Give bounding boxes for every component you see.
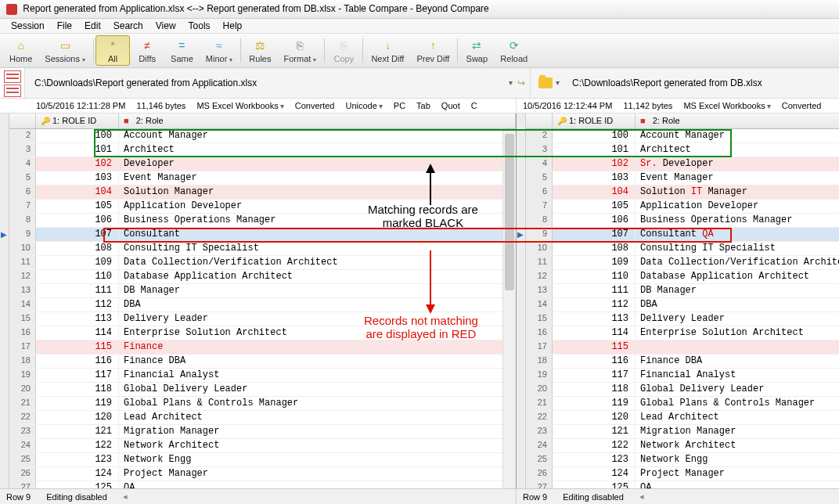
- cell-role[interactable]: Global Delivery Leader: [119, 383, 516, 396]
- table-row[interactable]: 18116Finance DBA: [526, 355, 839, 369]
- table-row[interactable]: 24122Network Architect: [526, 439, 839, 453]
- cell-role-id[interactable]: 105: [36, 200, 119, 213]
- menu-session[interactable]: Session: [5, 19, 51, 33]
- table-row[interactable]: 14112DBA: [526, 298, 839, 312]
- path-text[interactable]: C:\Downloads\Report generated from Appli…: [34, 77, 504, 88]
- cell-role-id[interactable]: 106: [36, 214, 119, 227]
- table-row[interactable]: 20118Global Delivery Leader: [9, 383, 516, 397]
- toolbar-minor[interactable]: ≈Minor ▾: [200, 35, 239, 66]
- table-row[interactable]: 16114Enterprise Solution Architect: [526, 326, 839, 340]
- table-row[interactable]: 6104Solution Manager: [9, 185, 516, 200]
- cell-role-id[interactable]: 113: [36, 312, 119, 326]
- cell-role[interactable]: Finance: [119, 340, 516, 354]
- col-role-id[interactable]: 1: ROLE ID: [36, 113, 119, 128]
- cell-role-id[interactable]: 102: [553, 157, 636, 171]
- table-row[interactable]: 25123Network Engg: [526, 453, 839, 467]
- menu-edit[interactable]: Edit: [78, 19, 107, 33]
- swap-icon[interactable]: ↪: [517, 77, 525, 88]
- toolbar-copy[interactable]: ⎘Copy: [326, 35, 361, 66]
- cell-role-id[interactable]: 106: [553, 214, 636, 227]
- cell-role[interactable]: Solution Manager: [119, 185, 516, 199]
- table-row[interactable]: 13111DB Manager: [526, 284, 839, 298]
- cell-role-id[interactable]: 107: [553, 228, 636, 241]
- table-row[interactable]: 15113Delivery Leader: [526, 312, 839, 326]
- cell-role-id[interactable]: 105: [553, 200, 636, 213]
- cell-role-id[interactable]: 117: [553, 369, 636, 382]
- cell-role[interactable]: Account Manager: [119, 129, 516, 142]
- cell-role-id[interactable]: 108: [36, 242, 119, 255]
- cell-role[interactable]: Database Application Architect: [636, 270, 839, 283]
- toolbar-sessions[interactable]: ▭Sessions ▾: [38, 35, 92, 66]
- table-row[interactable]: 14112DBA: [9, 298, 516, 312]
- cell-role[interactable]: Data Collection/Verification Architect: [119, 256, 516, 269]
- cell-role[interactable]: Financial Analyst: [636, 369, 839, 382]
- cell-role-id[interactable]: 109: [36, 256, 119, 269]
- cell-role[interactable]: Consultant QA: [636, 228, 839, 241]
- cell-role[interactable]: Event Manager: [119, 171, 516, 185]
- table-row[interactable]: 3101Architect: [526, 143, 839, 157]
- table-row[interactable]: 20118Global Delivery Leader: [526, 383, 839, 397]
- cell-role[interactable]: DBA: [119, 298, 516, 311]
- cell-role-id[interactable]: 111: [553, 284, 636, 297]
- cell-role-id[interactable]: 101: [36, 143, 119, 157]
- table-row[interactable]: 13111DB Manager: [9, 284, 516, 298]
- table-row[interactable]: 9107Consultant QA: [526, 228, 839, 242]
- table-row[interactable]: 8106Business Operations Manager: [9, 214, 516, 228]
- folder-icon[interactable]: [538, 77, 553, 88]
- cell-role-id[interactable]: 115: [36, 340, 119, 354]
- cell-role-id[interactable]: 110: [553, 270, 636, 283]
- table-row[interactable]: 21119Global Plans & Controls Manager: [526, 397, 839, 411]
- toolbar-same[interactable]: =Same: [164, 35, 200, 66]
- cell-role-id[interactable]: 111: [36, 284, 119, 297]
- cell-role[interactable]: Solution IT Manager: [636, 185, 839, 199]
- cell-role[interactable]: Network Architect: [636, 439, 839, 452]
- menu-file[interactable]: File: [51, 19, 78, 33]
- table-row[interactable]: 19117Financial Analyst: [526, 369, 839, 383]
- doc-icon[interactable]: [4, 70, 21, 83]
- table-row[interactable]: 22120Lead Architect: [526, 411, 839, 425]
- toolbar-rules[interactable]: ⚖Rules: [243, 35, 277, 66]
- cell-role[interactable]: Enterprise Solution Architect: [119, 326, 516, 340]
- cell-role-id[interactable]: 101: [553, 143, 636, 157]
- table-row[interactable]: 6104Solution IT Manager: [526, 185, 839, 200]
- table-row[interactable]: 4102Sr. Developer: [526, 157, 839, 171]
- cell-role-id[interactable]: 104: [36, 185, 119, 199]
- cell-role[interactable]: Developer: [119, 157, 516, 171]
- cell-role-id[interactable]: 100: [553, 129, 636, 142]
- cell-role[interactable]: Lead Architect: [636, 411, 839, 424]
- table-row[interactable]: 16114Enterprise Solution Architect: [9, 326, 516, 340]
- col-role-id[interactable]: 1: ROLE ID: [553, 113, 636, 128]
- cell-role-id[interactable]: 116: [553, 355, 636, 368]
- cell-role-id[interactable]: 114: [553, 326, 636, 340]
- cell-role[interactable]: Lead Architect: [119, 411, 516, 424]
- table-row[interactable]: 12110Database Application Architect: [526, 270, 839, 284]
- menu-search[interactable]: Search: [107, 19, 149, 33]
- cell-role[interactable]: Application Developer: [636, 200, 839, 213]
- table-row[interactable]: 9107Consultant: [9, 228, 516, 242]
- toolbar-reload[interactable]: ⟳Reload: [494, 35, 534, 66]
- cell-role[interactable]: Delivery Leader: [636, 312, 839, 326]
- cell-role[interactable]: Consultant: [119, 228, 516, 241]
- cell-role-id[interactable]: 116: [36, 355, 119, 368]
- cell-role[interactable]: Finance DBA: [636, 355, 839, 368]
- table-row[interactable]: 5103Event Manager: [9, 171, 516, 185]
- path-text[interactable]: C:\Downloads\Report generated from DB.xl…: [572, 77, 762, 88]
- cell-role[interactable]: Project Manager: [636, 467, 839, 481]
- encoding[interactable]: Unicode▾: [344, 101, 383, 110]
- table-row[interactable]: 5103Event Manager: [526, 171, 839, 185]
- dropdown-icon[interactable]: ▾: [509, 78, 513, 87]
- cell-role[interactable]: Global Plans & Controls Manager: [119, 397, 516, 410]
- cell-role[interactable]: Database Application Architect: [119, 270, 516, 283]
- cell-role[interactable]: Delivery Leader: [119, 312, 516, 326]
- cell-role[interactable]: Network Engg: [636, 453, 839, 466]
- cell-role[interactable]: Business Operations Manager: [119, 214, 516, 227]
- cell-role-id[interactable]: 124: [553, 467, 636, 481]
- table-row[interactable]: 7105Application Developer: [9, 200, 516, 214]
- cell-role[interactable]: Architect: [119, 143, 516, 157]
- table-row[interactable]: 15113Delivery Leader: [9, 312, 516, 326]
- table-row[interactable]: 26124Project Manager: [526, 467, 839, 481]
- cell-role[interactable]: Network Architect: [119, 439, 516, 452]
- cell-role-id[interactable]: 122: [553, 439, 636, 452]
- cell-role-id[interactable]: 103: [553, 171, 636, 185]
- type[interactable]: MS Excel Workbooks▾: [682, 101, 772, 110]
